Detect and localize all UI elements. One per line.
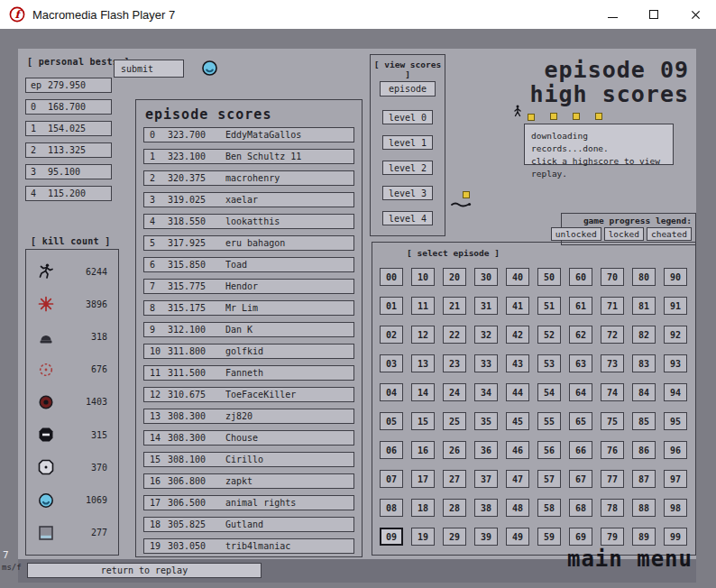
episode-cell-38[interactable]: 38 — [474, 499, 498, 517]
episode-cell-94[interactable]: 94 — [664, 383, 687, 401]
episode-cell-04[interactable]: 04 — [380, 383, 403, 401]
view-scores-level-4-button[interactable]: level 4 — [382, 211, 433, 225]
episode-cell-43[interactable]: 43 — [506, 354, 529, 372]
episode-cell-44[interactable]: 44 — [506, 383, 529, 401]
highscore-row[interactable]: 19303.050trib4lmaniac — [143, 538, 354, 554]
episode-cell-23[interactable]: 23 — [443, 354, 466, 372]
episode-cell-10[interactable]: 10 — [411, 268, 435, 286]
episode-cell-63[interactable]: 63 — [569, 354, 592, 372]
episode-cell-67[interactable]: 67 — [569, 470, 592, 488]
episode-cell-98[interactable]: 98 — [664, 499, 687, 517]
episode-cell-29[interactable]: 29 — [443, 528, 466, 546]
episode-cell-82[interactable]: 82 — [632, 326, 656, 344]
episode-cell-64[interactable]: 64 — [569, 383, 592, 401]
episode-cell-50[interactable]: 50 — [537, 268, 561, 286]
episode-cell-89[interactable]: 89 — [632, 528, 656, 546]
episode-cell-27[interactable]: 27 — [443, 470, 466, 488]
episode-cell-01[interactable]: 01 — [380, 297, 403, 315]
episode-cell-16[interactable]: 16 — [411, 441, 435, 459]
highscore-row[interactable]: 8315.175Mr_Lim — [143, 300, 354, 316]
episode-cell-72[interactable]: 72 — [601, 326, 624, 344]
episode-cell-54[interactable]: 54 — [537, 383, 561, 401]
episode-cell-53[interactable]: 53 — [537, 354, 561, 372]
episode-cell-74[interactable]: 74 — [601, 383, 624, 401]
episode-cell-51[interactable]: 51 — [537, 297, 561, 315]
episode-cell-52[interactable]: 52 — [537, 326, 561, 344]
episode-cell-39[interactable]: 39 — [474, 528, 498, 546]
view-scores-level-3-button[interactable]: level 3 — [382, 186, 433, 200]
episode-cell-75[interactable]: 75 — [601, 412, 624, 430]
episode-cell-06[interactable]: 06 — [380, 441, 403, 459]
episode-cell-40[interactable]: 40 — [506, 268, 529, 286]
submit-button[interactable]: submit — [114, 60, 184, 78]
highscore-row[interactable]: 11311.500Fanneth — [143, 365, 354, 381]
episode-cell-37[interactable]: 37 — [474, 470, 498, 488]
return-to-replay-button[interactable]: return to replay — [27, 563, 262, 578]
episode-cell-15[interactable]: 15 — [411, 412, 435, 430]
highscore-row[interactable]: 12310.675ToeFaceKiller — [143, 387, 354, 402]
episode-cell-49[interactable]: 49 — [506, 528, 529, 546]
episode-cell-18[interactable]: 18 — [411, 499, 435, 517]
episode-cell-17[interactable]: 17 — [411, 470, 435, 488]
episode-cell-86[interactable]: 86 — [632, 441, 656, 459]
episode-cell-32[interactable]: 32 — [474, 326, 498, 344]
episode-cell-91[interactable]: 91 — [664, 297, 687, 315]
highscore-row[interactable]: 3319.025xaelar — [143, 192, 354, 207]
highscore-row[interactable]: 5317.925eru_bahagon — [143, 235, 354, 251]
view-scores-level-0-button[interactable]: level 0 — [382, 110, 433, 124]
highscore-row[interactable]: 9312.100Dan_K — [143, 322, 354, 337]
episode-cell-57[interactable]: 57 — [537, 470, 561, 488]
highscore-row[interactable]: 6315.850Toad — [143, 257, 354, 272]
episode-cell-61[interactable]: 61 — [569, 297, 592, 315]
episode-cell-83[interactable]: 83 — [632, 354, 656, 372]
highscore-row[interactable]: 15308.100Cirillo — [143, 452, 354, 467]
episode-cell-11[interactable]: 11 — [411, 297, 435, 315]
episode-cell-28[interactable]: 28 — [443, 499, 466, 517]
episode-cell-66[interactable]: 66 — [569, 441, 592, 459]
episode-cell-00[interactable]: 00 — [380, 268, 403, 286]
highscore-row[interactable]: 10311.800golfkid — [143, 344, 354, 359]
highscore-row[interactable]: 0323.700EddyMataGallos — [143, 127, 354, 142]
episode-cell-78[interactable]: 78 — [601, 499, 624, 517]
episode-cell-05[interactable]: 05 — [380, 412, 403, 430]
episode-cell-59[interactable]: 59 — [537, 528, 561, 546]
episode-cell-92[interactable]: 92 — [664, 326, 687, 344]
highscore-row[interactable]: 18305.825Gutland — [143, 517, 354, 532]
episode-cell-33[interactable]: 33 — [474, 354, 498, 372]
episode-cell-25[interactable]: 25 — [443, 412, 466, 430]
episode-cell-42[interactable]: 42 — [506, 326, 529, 344]
episode-cell-14[interactable]: 14 — [411, 383, 435, 401]
episode-cell-80[interactable]: 80 — [632, 268, 656, 286]
episode-cell-08[interactable]: 08 — [380, 499, 403, 517]
episode-cell-77[interactable]: 77 — [601, 470, 624, 488]
episode-cell-60[interactable]: 60 — [569, 268, 592, 286]
episode-cell-13[interactable]: 13 — [411, 354, 435, 372]
main-menu-link[interactable]: main menu — [567, 547, 693, 572]
episode-cell-99[interactable]: 99 — [664, 528, 687, 546]
episode-cell-79[interactable]: 79 — [601, 528, 624, 546]
episode-cell-12[interactable]: 12 — [411, 326, 435, 344]
episode-cell-62[interactable]: 62 — [569, 326, 592, 344]
episode-cell-22[interactable]: 22 — [443, 326, 466, 344]
episode-cell-87[interactable]: 87 — [632, 470, 656, 488]
episode-cell-31[interactable]: 31 — [474, 297, 498, 315]
episode-cell-47[interactable]: 47 — [506, 470, 529, 488]
episode-cell-55[interactable]: 55 — [537, 412, 561, 430]
episode-cell-69[interactable]: 69 — [569, 528, 592, 546]
highscore-row[interactable]: 2320.375macrohenry — [143, 170, 354, 186]
episode-cell-56[interactable]: 56 — [537, 441, 561, 459]
highscore-row[interactable]: 16306.800zapkt — [143, 473, 354, 489]
episode-cell-46[interactable]: 46 — [506, 441, 529, 459]
episode-cell-20[interactable]: 20 — [443, 268, 466, 286]
episode-cell-21[interactable]: 21 — [443, 297, 466, 315]
episode-cell-26[interactable]: 26 — [443, 441, 466, 459]
episode-cell-65[interactable]: 65 — [569, 412, 592, 430]
episode-cell-03[interactable]: 03 — [380, 354, 403, 372]
episode-cell-88[interactable]: 88 — [632, 499, 656, 517]
episode-cell-48[interactable]: 48 — [506, 499, 529, 517]
highscore-row[interactable]: 13308.300zj820 — [143, 409, 354, 424]
episode-cell-09[interactable]: 09 — [380, 528, 403, 546]
episode-cell-84[interactable]: 84 — [632, 383, 656, 401]
episode-cell-19[interactable]: 19 — [411, 528, 435, 546]
view-scores-level-2-button[interactable]: level 2 — [382, 161, 433, 175]
